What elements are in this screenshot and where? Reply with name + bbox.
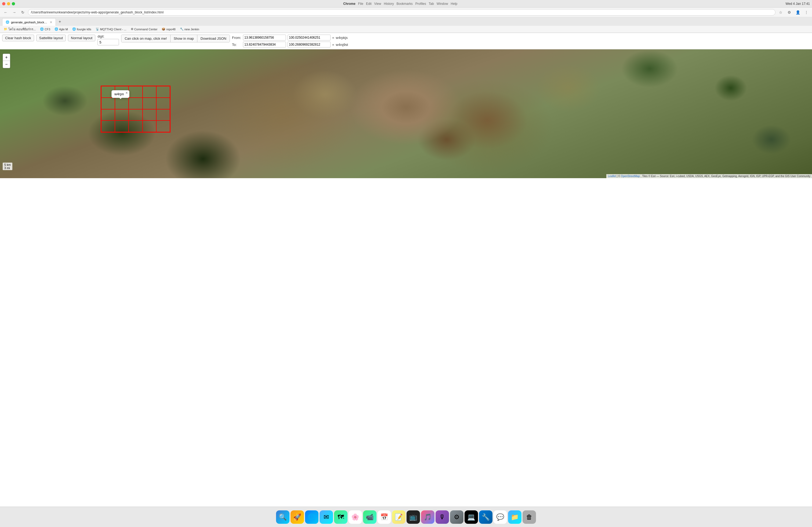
titlebar-status: Wed 4 Jan 17:41 [785,2,810,6]
grid-cell[interactable] [143,86,156,98]
to-row: To: = w4rq9st [232,42,348,47]
titlebar: Chrome File Edit View History Bookmarks … [0,0,812,7]
grid-cell[interactable] [101,109,115,121]
bookmark-item[interactable]: 🌐 fourgle k8s [71,27,93,31]
coordinates-section: From: = w4rpkjs To: = w4rq9st [232,35,348,47]
digit-label: digit: [98,35,119,39]
grid-cell[interactable] [115,98,129,109]
bookmark-item[interactable]: 🌐 4gle M [53,27,70,31]
from-hash: w4rpkjs [336,36,348,40]
zoom-out-button[interactable]: − [3,61,10,68]
bookmark-item[interactable]: 🔧 new Jenkin [178,27,201,31]
app-content: Clear hash block Sattellite layout Norma… [0,33,812,232]
map-container[interactable]: ✕ w4rpn + − 5 km 3 mi Leaflet | © OpenSt… [0,49,812,178]
grid-cell[interactable] [156,120,170,132]
geohash-popup: ✕ w4rpn [112,90,129,98]
bookmark-item[interactable]: 📦 repo48 [160,27,177,31]
browser-tabs: 🌐 generate_geohash_block_list/index.html… [0,17,812,26]
grid-cell[interactable] [156,98,170,109]
bookmark-item[interactable]: 📡 MQTTHQ Client - ... [94,27,128,31]
esri-attribution: , Tiles © Esri — Source: Esri, i-cubed, … [641,175,810,178]
from-label: From: [232,36,242,40]
to-label: To: [232,43,242,47]
digit-group: digit: [98,35,119,45]
clear-hash-block-button[interactable]: Clear hash block [2,35,34,41]
grid-cell[interactable] [143,120,156,132]
from-lat-input[interactable] [243,35,286,41]
geohash-grid [101,86,171,133]
active-tab[interactable]: 🌐 generate_geohash_block_list/index.html… [2,18,56,26]
from-row: From: = w4rpkjs [232,35,348,41]
bookmark-item[interactable]: ⚙ Command Center [129,27,159,31]
satellite-layout-button[interactable]: Sattellite layout [36,35,66,41]
scale-km: 5 km [4,163,11,166]
address-bar[interactable] [28,9,775,16]
menu-button[interactable]: ⋮ [803,9,810,16]
browser-chrome: ← → ↻ ☆ ⚙ 👤 ⋮ 🌐 generate_geohash_block_l… [0,7,812,33]
to-lng-input[interactable] [288,42,331,47]
forward-button[interactable]: → [11,9,18,16]
zoom-controls: + − [3,54,10,68]
new-tab-button[interactable]: + [56,18,63,25]
scale-mi: 3 mi [4,166,11,169]
empty-area [0,178,812,232]
grid-cell[interactable] [129,109,142,121]
grid-cell[interactable] [115,120,129,132]
grid-cell[interactable] [101,98,115,109]
browser-nav: ← → ↻ ☆ ⚙ 👤 ⋮ [0,7,812,17]
grid-cell[interactable] [115,109,129,121]
extensions-button[interactable]: ⚙ [786,9,793,16]
close-btn[interactable] [2,2,5,5]
grid-cell[interactable] [129,98,142,109]
grid-cell[interactable] [143,98,156,109]
from-eq: = [332,36,334,40]
tab-close-icon[interactable]: ✕ [50,20,52,24]
popup-close-icon[interactable]: ✕ [126,91,128,95]
maximize-btn[interactable] [12,2,15,5]
grid-cell[interactable] [143,109,156,121]
click-map-button[interactable]: Can click on map, click me! [121,35,171,42]
osm-link[interactable]: OpenStreetMap [621,175,640,178]
map-attribution: Leaflet | © OpenStreetMap , Tiles © Esri… [606,174,812,178]
profile-button[interactable]: 👤 [794,9,801,16]
action-buttons: Can click on map, click me! Show in map … [121,35,230,42]
popup-text: w4rpn [114,92,124,96]
download-json-button[interactable]: Download JSON [197,35,230,42]
from-lng-input[interactable] [288,35,331,41]
to-lat-input[interactable] [243,42,286,47]
grid-cell[interactable] [156,109,170,121]
minimize-btn[interactable] [7,2,10,5]
to-eq: = [332,43,334,47]
reload-button[interactable]: ↻ [19,9,26,16]
back-button[interactable]: ← [2,9,9,16]
zoom-in-button[interactable]: + [3,54,10,61]
bookmarks-bar: 📁 โคโน่ ตอนที่มือก์กร... 🌐 CF3 🌐 4gle M … [0,26,812,33]
attribution-text: | © [617,175,621,178]
titlebar-app-name: Chrome File Edit View History Bookmarks … [16,2,784,6]
digit-input[interactable] [98,39,119,45]
leaflet-link[interactable]: Leaflet [608,175,616,178]
normal-layout-button[interactable]: Normal layout [68,35,95,41]
grid-cell[interactable] [129,120,142,132]
grid-cell[interactable] [156,86,170,98]
grid-cell[interactable] [129,86,142,98]
bookmark-item[interactable]: 🌐 CF3 [39,27,52,31]
toolbar: Clear hash block Sattellite layout Norma… [0,33,812,49]
bookmark-button[interactable]: ☆ [777,9,784,16]
map-scale: 5 km 3 mi [3,163,12,170]
traffic-lights [2,2,15,5]
to-hash: w4rq9st [336,43,348,47]
show-in-map-button[interactable]: Show in map [171,35,197,42]
grid-cell[interactable] [101,120,115,132]
bookmark-item[interactable]: 📁 โคโน่ ตอนที่มือก์กร... [2,26,37,32]
